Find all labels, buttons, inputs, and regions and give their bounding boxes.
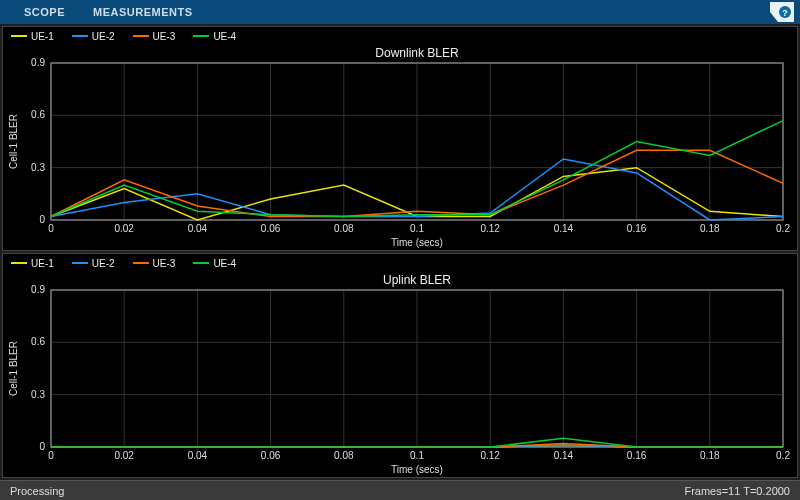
legend-label: UE-4 <box>213 31 236 42</box>
svg-text:0.08: 0.08 <box>334 450 354 461</box>
swatch-icon <box>193 262 209 264</box>
svg-text:0.14: 0.14 <box>554 450 574 461</box>
panel-uplink: UE-1 UE-2 UE-3 UE-4 00.020.040.060.080.1… <box>2 253 798 478</box>
legend-label: UE-4 <box>213 258 236 269</box>
svg-text:0: 0 <box>39 441 45 452</box>
svg-text:0.06: 0.06 <box>261 450 281 461</box>
svg-text:0.9: 0.9 <box>31 57 45 68</box>
svg-text:0: 0 <box>48 223 54 234</box>
legend-item-ue2[interactable]: UE-2 <box>72 258 115 269</box>
panel-downlink: UE-1 UE-2 UE-3 UE-4 00.020.040.060.080.1… <box>2 26 798 251</box>
legend-item-ue3[interactable]: UE-3 <box>133 258 176 269</box>
svg-text:0.16: 0.16 <box>627 450 647 461</box>
svg-text:0.04: 0.04 <box>188 223 208 234</box>
tab-scope[interactable]: SCOPE <box>10 0 79 24</box>
svg-text:0.02: 0.02 <box>114 223 134 234</box>
legend-item-ue4[interactable]: UE-4 <box>193 31 236 42</box>
swatch-icon <box>11 262 27 264</box>
svg-text:0.3: 0.3 <box>31 389 45 400</box>
svg-text:Time (secs): Time (secs) <box>391 237 443 248</box>
svg-text:0.3: 0.3 <box>31 162 45 173</box>
svg-text:0: 0 <box>39 214 45 225</box>
svg-text:0.14: 0.14 <box>554 223 574 234</box>
legend-label: UE-2 <box>92 31 115 42</box>
svg-text:0.02: 0.02 <box>114 450 134 461</box>
legend-label: UE-3 <box>153 258 176 269</box>
svg-text:Downlink BLER: Downlink BLER <box>375 46 459 60</box>
svg-text:0: 0 <box>48 450 54 461</box>
svg-text:0.18: 0.18 <box>700 223 720 234</box>
legend-label: UE-3 <box>153 31 176 42</box>
svg-text:0.1: 0.1 <box>410 450 424 461</box>
legend-item-ue4[interactable]: UE-4 <box>193 258 236 269</box>
swatch-icon <box>193 35 209 37</box>
svg-text:0.2: 0.2 <box>776 450 790 461</box>
swatch-icon <box>133 262 149 264</box>
svg-text:0.04: 0.04 <box>188 450 208 461</box>
chart-downlink[interactable]: 00.020.040.060.080.10.120.140.160.180.20… <box>3 45 797 250</box>
legend-item-ue1[interactable]: UE-1 <box>11 31 54 42</box>
swatch-icon <box>133 35 149 37</box>
svg-text:0.2: 0.2 <box>776 223 790 234</box>
legend-item-ue3[interactable]: UE-3 <box>133 31 176 42</box>
statusbar: Processing Frames=11 T=0.2000 <box>0 480 800 500</box>
legend-item-ue2[interactable]: UE-2 <box>72 31 115 42</box>
svg-text:0.12: 0.12 <box>480 223 500 234</box>
help-icon: ? <box>770 2 794 22</box>
chart-uplink[interactable]: 00.020.040.060.080.10.120.140.160.180.20… <box>3 272 797 477</box>
svg-text:0.06: 0.06 <box>261 223 281 234</box>
plots-area: UE-1 UE-2 UE-3 UE-4 00.020.040.060.080.1… <box>0 24 800 480</box>
svg-text:Time (secs): Time (secs) <box>391 464 443 475</box>
legend-label: UE-1 <box>31 31 54 42</box>
svg-text:Uplink BLER: Uplink BLER <box>383 273 451 287</box>
svg-text:Cell-1 BLER: Cell-1 BLER <box>8 114 19 169</box>
legend-item-ue1[interactable]: UE-1 <box>11 258 54 269</box>
svg-text:0.6: 0.6 <box>31 336 45 347</box>
svg-text:0.16: 0.16 <box>627 223 647 234</box>
app-root: SCOPE MEASUREMENTS ? UE-1 UE-2 UE-3 UE-4… <box>0 0 800 500</box>
svg-text:0.9: 0.9 <box>31 284 45 295</box>
tab-measurements[interactable]: MEASUREMENTS <box>79 0 207 24</box>
svg-text:0.18: 0.18 <box>700 450 720 461</box>
legend-uplink: UE-1 UE-2 UE-3 UE-4 <box>3 254 797 272</box>
swatch-icon <box>72 35 88 37</box>
svg-text:0.08: 0.08 <box>334 223 354 234</box>
svg-text:0.1: 0.1 <box>410 223 424 234</box>
swatch-icon <box>11 35 27 37</box>
svg-text:Cell-1 BLER: Cell-1 BLER <box>8 341 19 396</box>
toolbar: SCOPE MEASUREMENTS ? <box>0 0 800 24</box>
legend-downlink: UE-1 UE-2 UE-3 UE-4 <box>3 27 797 45</box>
svg-text:?: ? <box>782 8 788 18</box>
status-right: Frames=11 T=0.2000 <box>684 485 790 497</box>
svg-text:0.6: 0.6 <box>31 109 45 120</box>
help-button[interactable]: ? <box>770 2 794 22</box>
legend-label: UE-1 <box>31 258 54 269</box>
status-left: Processing <box>10 485 64 497</box>
swatch-icon <box>72 262 88 264</box>
legend-label: UE-2 <box>92 258 115 269</box>
svg-text:0.12: 0.12 <box>480 450 500 461</box>
